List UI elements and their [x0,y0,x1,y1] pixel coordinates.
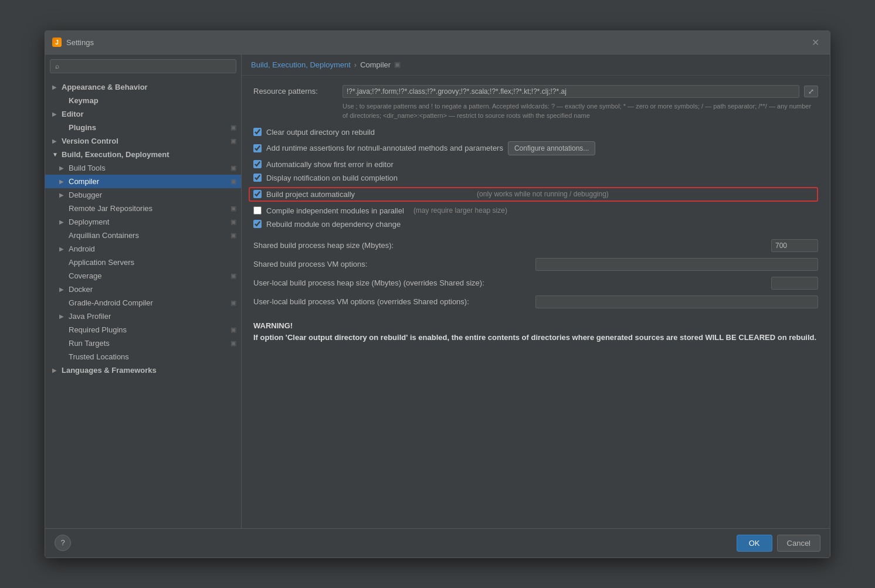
checkbox-build-auto[interactable] [253,190,262,198]
breadcrumb-pin-icon: ▣ [394,60,401,69]
pin-icon: ▣ [230,124,236,131]
sidebar-item-arquillian[interactable]: ▶ Arquillian Containers ▣ [45,229,241,242]
checkbox-auto-show-error[interactable] [253,160,262,168]
user-heap-row: User-local build process heap size (Mbyt… [253,277,818,290]
sidebar-item-keymap[interactable]: ▶ Keymap [45,94,241,107]
checkbox-label-clear-output: Clear output directory on rebuild [266,128,375,137]
ok-button[interactable]: OK [737,535,772,552]
search-input[interactable] [62,62,231,70]
cancel-button[interactable]: Cancel [777,535,820,552]
arrow-icon: ▶ [59,165,66,171]
sidebar-item-docker[interactable]: ▶ Docker [45,283,241,296]
sidebar-item-android[interactable]: ▶ Android [45,242,241,256]
help-button[interactable]: ? [55,535,71,551]
checkbox-row-add-runtime: Add runtime assertions for notnull-annot… [253,141,818,155]
sidebar-item-label: Debugger [69,191,102,199]
sidebar-item-debugger[interactable]: ▶ Debugger [45,188,241,202]
sidebar-item-java-profiler[interactable]: ▶ Java Profiler [45,310,241,323]
breadcrumb-link[interactable]: Build, Execution, Deployment [251,60,351,69]
checkbox-row-display-notif: Display notification on build completion [253,174,818,182]
sidebar-item-label: Arquillian Containers [69,231,139,240]
checkbox-label-rebuild-dependency: Rebuild module on dependency change [266,220,401,229]
checkbox-row-clear-output: Clear output directory on rebuild [253,128,818,137]
settings-dialog: J Settings ✕ ⌕ ▶ Appearance & Behavior ▶… [45,30,830,558]
sidebar-item-remote-jar[interactable]: ▶ Remote Jar Repositories ▣ [45,202,241,215]
sidebar-item-label: Version Control [62,137,118,145]
sidebar-item-version-control[interactable]: ▶ Version Control ▣ [45,134,241,148]
pin-icon: ▣ [230,137,236,145]
checkbox-display-notification[interactable] [253,174,262,182]
sidebar-item-coverage[interactable]: ▶ Coverage ▣ [45,269,241,283]
sidebar-item-required-plugins[interactable]: ▶ Required Plugins ▣ [45,323,241,337]
checkbox-row-compile-parallel: Compile independent modules in parallel … [253,206,818,215]
sidebar-item-languages[interactable]: ▶ Languages & Frameworks [45,363,241,377]
expand-resource-patterns-button[interactable]: ⤢ [804,86,818,97]
resource-patterns-row: Resource patterns: ⤢ [253,85,818,98]
pin-icon: ▣ [230,218,236,226]
breadcrumb: Build, Execution, Deployment › Compiler … [242,55,830,76]
arrow-icon: ▶ [52,111,59,117]
pin-icon: ▣ [230,232,236,239]
sidebar-item-appearance[interactable]: ▶ Appearance & Behavior [45,80,241,94]
pin-icon: ▣ [230,272,236,280]
sidebar-item-label: Deployment [69,217,109,226]
sidebar-item-label: Appearance & Behavior [62,83,148,91]
breadcrumb-separator: › [354,60,357,69]
user-vm-input[interactable] [535,295,819,308]
arrow-icon: ▶ [52,138,59,144]
sidebar-item-app-servers[interactable]: ▶ Application Servers [45,256,241,269]
sidebar-item-plugins[interactable]: ▶ Plugins ▣ [45,121,241,134]
sidebar-item-trusted-locations[interactable]: ▶ Trusted Locations [45,350,241,363]
main-content: Build, Execution, Deployment › Compiler … [242,55,830,528]
shared-vm-input[interactable] [535,258,819,271]
close-button[interactable]: ✕ [808,36,823,49]
checkbox-add-runtime[interactable] [253,144,262,152]
sidebar-item-label: Plugins [69,123,96,132]
pin-icon: ▣ [230,164,236,172]
pin-icon: ▣ [230,299,236,307]
bottom-bar: ? OK Cancel [45,528,830,558]
app-icon: J [52,38,62,47]
arrow-icon: ▶ [59,286,66,293]
checkbox-row-build-auto: Build project automatically (only works … [249,187,818,202]
pin-icon: ▣ [230,178,236,185]
shared-vm-row: Shared build process VM options: [253,258,818,271]
shared-heap-input[interactable] [771,239,818,252]
sidebar-item-label: Build Tools [69,164,106,172]
sidebar-item-label: Docker [69,285,93,294]
warning-box: WARNING! If option 'Clear output directo… [253,320,818,345]
shared-heap-row: Shared build process heap size (Mbytes): [253,239,818,252]
checkbox-rebuild-dependency[interactable] [253,220,262,228]
user-heap-input[interactable] [771,277,818,290]
sidebar-item-label: Required Plugins [69,325,127,334]
pin-icon: ▣ [230,326,236,334]
checkbox-label-auto-show: Automatically show first error in editor [266,160,394,169]
arrow-open-icon: ▼ [52,151,59,158]
search-icon: ⌕ [55,62,59,70]
checkbox-compile-parallel[interactable] [253,206,262,215]
sidebar-item-label: Languages & Frameworks [62,366,157,375]
sidebar-item-build-tools[interactable]: ▶ Build Tools ▣ [45,161,241,175]
checkbox-clear-output[interactable] [253,128,262,136]
sidebar-item-label: Compiler [69,177,99,186]
sidebar-item-gradle-android[interactable]: ▶ Gradle-Android Compiler ▣ [45,296,241,310]
sidebar-item-compiler[interactable]: ▶ Compiler ▣ [45,175,241,188]
sidebar-item-build-exec[interactable]: ▼ Build, Execution, Deployment [45,148,241,161]
search-box[interactable]: ⌕ [50,59,236,73]
sidebar: ⌕ ▶ Appearance & Behavior ▶ Keymap ▶ Edi… [45,55,242,528]
sidebar-item-deployment[interactable]: ▶ Deployment ▣ [45,215,241,229]
content-area: Resource patterns: ⤢ Use ; to separate p… [242,76,830,528]
resource-patterns-input-wrap: ⤢ [342,85,818,98]
sidebar-item-editor[interactable]: ▶ Editor [45,107,241,121]
sidebar-item-run-targets[interactable]: ▶ Run Targets ▣ [45,337,241,350]
resource-patterns-input[interactable] [342,85,799,98]
title-bar: J Settings ✕ [45,31,830,55]
warning-body: If option 'Clear output directory on reb… [253,333,816,342]
sidebar-item-label: Editor [62,110,84,118]
resource-patterns-help: Use ; to separate patterns and ! to nega… [342,101,818,121]
user-vm-label: User-local build process VM options (ove… [253,297,528,306]
pin-icon: ▣ [230,205,236,212]
sidebar-item-label: Build, Execution, Deployment [62,150,169,159]
configure-annotations-button[interactable]: Configure annotations... [508,141,595,155]
resource-patterns-label: Resource patterns: [253,85,335,96]
